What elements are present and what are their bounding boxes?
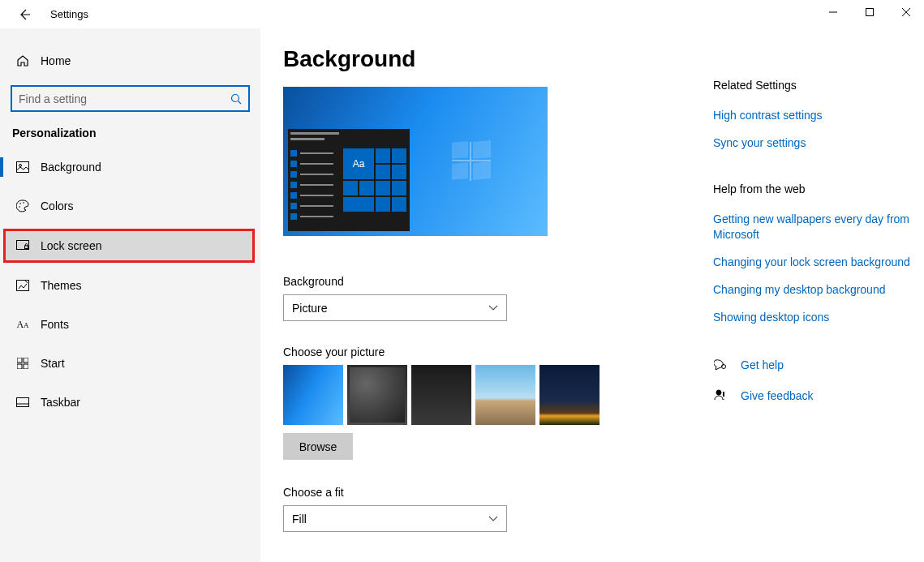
get-help-icon	[713, 357, 729, 373]
picture-thumb[interactable]	[475, 365, 535, 425]
give-feedback-link[interactable]: Give feedback	[741, 388, 814, 403]
window-title: Settings	[50, 8, 88, 20]
sidebar-item-background[interactable]: Background	[0, 151, 260, 183]
back-button[interactable]	[16, 6, 32, 23]
svg-point-8	[19, 203, 21, 204]
related-link[interactable]: Sync your settings	[713, 135, 924, 150]
search-icon	[230, 93, 242, 105]
help-link[interactable]: Showing desktop icons	[713, 310, 924, 324]
svg-rect-16	[17, 364, 22, 369]
search-box[interactable]	[11, 85, 250, 112]
svg-rect-18	[17, 398, 29, 407]
background-type-label: Background	[283, 275, 689, 288]
minimize-icon	[829, 8, 837, 16]
svg-point-4	[232, 94, 239, 101]
sidebar-item-label: Lock screen	[41, 239, 101, 252]
sidebar: Home Personalization Background Colors	[0, 28, 260, 562]
sidebar-item-colors[interactable]: Colors	[0, 190, 260, 222]
svg-rect-14	[17, 358, 22, 363]
page-title: Background	[283, 46, 689, 72]
svg-rect-19	[17, 404, 29, 407]
choose-fit-label: Choose a fit	[283, 486, 689, 499]
sidebar-home[interactable]: Home	[0, 45, 260, 77]
minimize-button[interactable]	[814, 0, 851, 24]
related-link[interactable]: High contrast settings	[713, 108, 924, 122]
help-heading: Help from the web	[713, 182, 924, 195]
fit-select[interactable]: Fill	[283, 505, 507, 532]
right-column: Related Settings High contrast settings …	[713, 46, 924, 562]
sidebar-item-label: Colors	[41, 199, 73, 212]
start-icon	[15, 355, 31, 371]
svg-point-21	[716, 390, 721, 395]
sidebar-item-label: Fonts	[41, 318, 69, 331]
search-input[interactable]	[19, 92, 230, 105]
picture-thumb[interactable]	[283, 365, 343, 425]
related-settings-heading: Related Settings	[713, 79, 924, 92]
sidebar-item-label: Taskbar	[41, 396, 80, 409]
windows-logo-icon	[452, 142, 491, 181]
themes-icon	[15, 277, 31, 294]
help-link[interactable]: Changing my desktop background	[713, 282, 924, 297]
sidebar-item-fonts[interactable]: AA Fonts	[0, 308, 260, 341]
background-type-value: Picture	[292, 302, 328, 315]
svg-rect-1	[866, 9, 873, 16]
close-icon	[902, 8, 910, 16]
picture-thumbnails	[283, 365, 689, 425]
picture-icon	[15, 159, 31, 175]
svg-rect-13	[17, 281, 29, 291]
browse-button-label: Browse	[299, 440, 337, 453]
svg-rect-12	[25, 246, 28, 249]
picture-thumb[interactable]	[411, 365, 471, 425]
sidebar-item-label: Themes	[41, 279, 82, 292]
help-link[interactable]: Changing your lock screen background	[713, 255, 924, 269]
sidebar-item-taskbar[interactable]: Taskbar	[0, 386, 260, 418]
get-help-link[interactable]: Get help	[741, 358, 784, 372]
sidebar-item-start[interactable]: Start	[0, 347, 260, 380]
feedback-icon	[713, 388, 729, 404]
sidebar-item-lock-screen[interactable]: Lock screen	[3, 229, 255, 263]
titlebar: Settings	[0, 0, 924, 28]
svg-line-5	[239, 101, 242, 104]
main-content: Background Aa	[283, 46, 689, 562]
picture-thumb[interactable]	[347, 365, 407, 425]
choose-picture-label: Choose your picture	[283, 345, 689, 358]
background-preview: Aa	[283, 87, 548, 236]
svg-rect-15	[24, 358, 28, 363]
svg-rect-6	[17, 162, 29, 173]
chevron-down-icon	[488, 516, 498, 522]
background-type-select[interactable]: Picture	[283, 294, 507, 321]
sidebar-category: Personalization	[0, 127, 260, 151]
picture-thumb[interactable]	[539, 365, 600, 425]
svg-rect-17	[24, 364, 28, 369]
arrow-left-icon	[18, 8, 31, 21]
svg-point-10	[19, 206, 20, 208]
browse-button[interactable]: Browse	[283, 433, 353, 460]
lockscreen-icon	[15, 238, 31, 254]
help-link[interactable]: Getting new wallpapers every day from Mi…	[713, 212, 924, 241]
svg-point-9	[23, 202, 24, 204]
sidebar-home-label: Home	[41, 54, 71, 67]
maximize-button[interactable]	[851, 0, 887, 24]
fonts-icon: AA	[15, 316, 31, 332]
preview-tile-text: Aa	[343, 148, 374, 179]
palette-icon	[15, 198, 31, 214]
sidebar-item-label: Start	[41, 357, 65, 370]
window-controls	[814, 0, 924, 24]
maximize-icon	[866, 8, 874, 16]
close-button[interactable]	[887, 0, 924, 24]
fit-value: Fill	[292, 513, 307, 526]
chevron-down-icon	[488, 305, 498, 311]
home-icon	[15, 53, 31, 69]
svg-point-7	[19, 165, 22, 167]
sidebar-item-label: Background	[41, 161, 101, 174]
sidebar-item-themes[interactable]: Themes	[0, 269, 260, 302]
taskbar-icon	[15, 394, 31, 410]
